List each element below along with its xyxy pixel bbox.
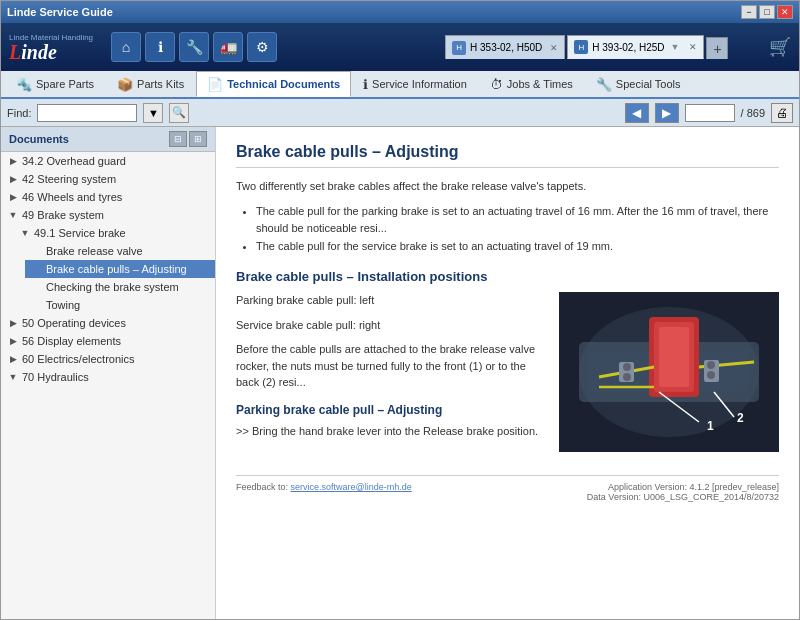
label-491: 49.1 Service brake [34, 227, 126, 239]
spare-parts-icon: 🔩 [16, 77, 32, 92]
cart-icon[interactable]: 🛒 [769, 36, 791, 58]
sidebar-item-brv[interactable]: Brake release valve [25, 242, 215, 260]
jobs-times-icon: ⏱ [490, 77, 503, 92]
feedback-email[interactable]: service.software@linde-mh.de [291, 482, 412, 492]
parts-kits-icon: 📦 [117, 77, 133, 92]
sidebar-item-70[interactable]: ▼ 70 Hydraulics [1, 368, 215, 386]
arrow-brv [31, 245, 43, 257]
tab2-label: H 393-02, H25D [592, 42, 664, 53]
svg-point-15 [707, 371, 715, 379]
toolbar: Find: ▼ 🔍 ◀ ▶ 744 / 869 🖨 [1, 99, 799, 127]
nav-technical-docs-label: Technical Documents [227, 78, 340, 90]
arrow-42: ▶ [7, 173, 19, 185]
label-42: 42 Steering system [22, 173, 116, 185]
tab1-icon: H [452, 41, 466, 55]
label-tow: Towing [46, 299, 80, 311]
arrow-tow [31, 299, 43, 311]
logo-rest: inde [21, 41, 57, 63]
vehicle-icon-btn[interactable]: 🚛 [213, 32, 243, 62]
arrow-cbs [31, 281, 43, 293]
sidebar-item-34[interactable]: ▶ 34.2 Overhead guard [1, 152, 215, 170]
svg-text:1: 1 [707, 419, 714, 433]
tab2-close[interactable]: ✕ [689, 42, 697, 52]
print-button[interactable]: 🖨 [771, 103, 793, 123]
nav-service-info[interactable]: ℹ Service Information [352, 71, 478, 97]
page-number-input[interactable]: 744 [685, 104, 735, 122]
logo-name: L [9, 41, 21, 63]
label-50: 50 Operating devices [22, 317, 126, 329]
main-navigation: 🔩 Spare Parts 📦 Parts Kits 📄 Technical D… [1, 71, 799, 99]
find-input[interactable] [37, 104, 137, 122]
feedback-label: Feedback to: [236, 482, 288, 492]
sidebar-item-491[interactable]: ▼ 49.1 Service brake [13, 224, 215, 242]
content-area: Documents ⊟ ⊞ ▶ 34.2 Overhead guard ▶ 42… [1, 127, 799, 619]
add-tab-button[interactable]: + [706, 37, 728, 59]
maximize-button[interactable]: □ [759, 5, 775, 19]
next-page-button[interactable]: ▶ [655, 103, 679, 123]
doc-footer: Feedback to: service.software@linde-mh.d… [236, 475, 779, 502]
tools-icon-btn[interactable]: 🔧 [179, 32, 209, 62]
arrow-50: ▶ [7, 317, 19, 329]
main-window: Linde Service Guide − □ ✕ Linde Material… [0, 0, 800, 620]
nav-parts-kits[interactable]: 📦 Parts Kits [106, 71, 195, 97]
doc-title: Brake cable pulls – Adjusting [236, 143, 779, 168]
prev-page-button[interactable]: ◀ [625, 103, 649, 123]
data-version: Data Version: U006_LSG_CORE_2014/8/20732 [587, 492, 779, 502]
arrow-34: ▶ [7, 155, 19, 167]
doc-bullets: The cable pull for the parking brake is … [256, 203, 779, 256]
sidebar-item-cbs[interactable]: Checking the brake system [25, 278, 215, 296]
home-icon-btn[interactable]: ⌂ [111, 32, 141, 62]
label-bcp: Brake cable pulls – Adjusting [46, 263, 187, 275]
sidebar-item-bcp[interactable]: Brake cable pulls – Adjusting [25, 260, 215, 278]
nav-technical-docs[interactable]: 📄 Technical Documents [196, 71, 351, 97]
window-title: Linde Service Guide [7, 6, 113, 18]
technical-docs-icon: 📄 [207, 77, 223, 92]
expand-all-button[interactable]: ⊞ [189, 131, 207, 147]
nav-parts-kits-label: Parts Kits [137, 78, 184, 90]
label-56: 56 Display elements [22, 335, 121, 347]
arrow-56: ▶ [7, 335, 19, 347]
arrow-49: ▼ [7, 209, 19, 221]
minimize-button[interactable]: − [741, 5, 757, 19]
sidebar-item-42[interactable]: ▶ 42 Steering system [1, 170, 215, 188]
tab1-label: H 353-02, H50D [470, 42, 542, 53]
collapse-all-button[interactable]: ⊟ [169, 131, 187, 147]
filter-icon-btn[interactable]: ▼ [143, 103, 163, 123]
window-controls: − □ ✕ [741, 5, 793, 19]
nav-jobs-times[interactable]: ⏱ Jobs & Times [479, 71, 584, 97]
doc-content: Brake cable pulls – Adjusting Two differ… [236, 143, 779, 465]
nav-jobs-times-label: Jobs & Times [507, 78, 573, 90]
arrow-bcp [31, 263, 43, 275]
search-icon-btn[interactable]: 🔍 [169, 103, 189, 123]
nav-special-tools[interactable]: 🔧 Special Tools [585, 71, 692, 97]
settings-icon-btn[interactable]: ⚙ [247, 32, 277, 62]
nav-spare-parts-label: Spare Parts [36, 78, 94, 90]
sidebar: Documents ⊟ ⊞ ▶ 34.2 Overhead guard ▶ 42… [1, 127, 216, 619]
label-brv: Brake release valve [46, 245, 143, 257]
label-49: 49 Brake system [22, 209, 104, 221]
doc-tab-1[interactable]: H H 353-02, H50D ✕ [445, 35, 565, 59]
tab2-dropdown[interactable]: ▼ [671, 42, 680, 52]
sidebar-item-50[interactable]: ▶ 50 Operating devices [1, 314, 215, 332]
sidebar-item-tow[interactable]: Towing [25, 296, 215, 314]
tab1-close[interactable]: ✕ [550, 43, 558, 53]
nav-icon-bar: ⌂ ℹ 🔧 🚛 ⚙ [101, 32, 437, 62]
info-icon-btn[interactable]: ℹ [145, 32, 175, 62]
close-button[interactable]: ✕ [777, 5, 793, 19]
nav-service-info-label: Service Information [372, 78, 467, 90]
sidebar-item-60[interactable]: ▶ 60 Electrics/electronics [1, 350, 215, 368]
nav-special-tools-label: Special Tools [616, 78, 681, 90]
nav-spare-parts[interactable]: 🔩 Spare Parts [5, 71, 105, 97]
app-version: Application Version: 4.1.2 [predev_relea… [587, 482, 779, 492]
doc-tab-2[interactable]: H H 393-02, H25D ▼ ✕ [567, 35, 704, 59]
sidebar-item-49[interactable]: ▼ 49 Brake system [1, 206, 215, 224]
sidebar-header: Documents ⊟ ⊞ [1, 127, 215, 152]
cable-image-block: 1 2 [559, 292, 779, 455]
label-cbs: Checking the brake system [46, 281, 179, 293]
svg-point-14 [707, 361, 715, 369]
label-70: 70 Hydraulics [22, 371, 89, 383]
sidebar-item-46[interactable]: ▶ 46 Wheels and tyres [1, 188, 215, 206]
footer-left: Feedback to: service.software@linde-mh.d… [236, 482, 412, 502]
sidebar-item-56[interactable]: ▶ 56 Display elements [1, 332, 215, 350]
bullet-2: The cable pull for the service brake is … [256, 238, 779, 256]
